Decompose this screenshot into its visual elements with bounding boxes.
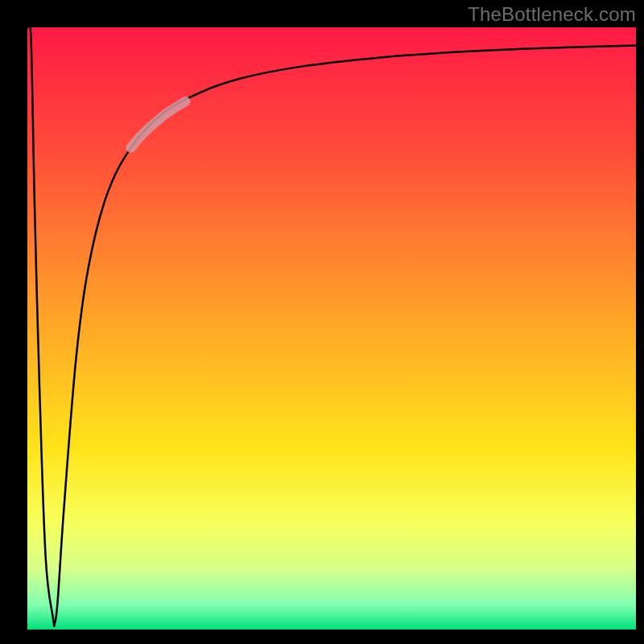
chart-canvas: TheBottleneck.com xyxy=(0,0,644,644)
svg-rect-1 xyxy=(27,27,636,630)
chart-svg xyxy=(0,0,644,644)
watermark-text: TheBottleneck.com xyxy=(468,3,636,26)
